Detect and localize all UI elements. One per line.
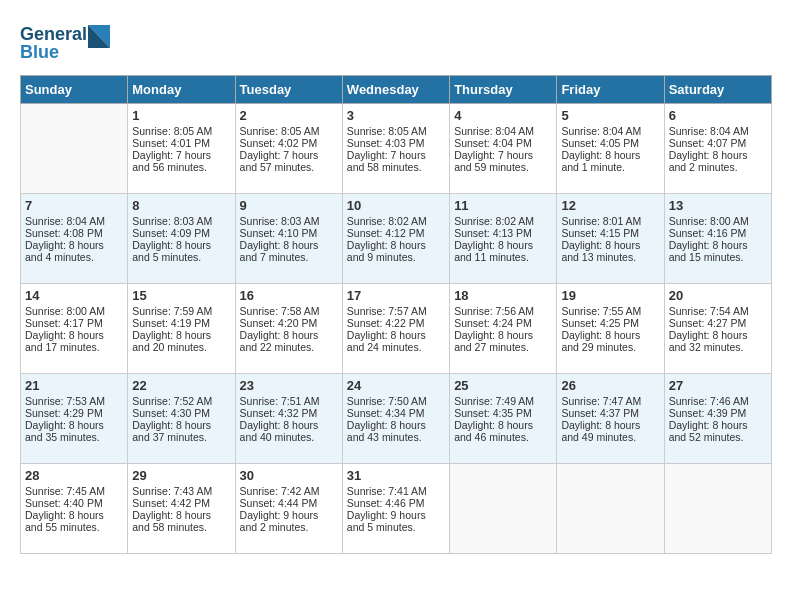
cell-info-line: Sunset: 4:19 PM bbox=[132, 317, 230, 329]
cell-info-line: and 4 minutes. bbox=[25, 251, 123, 263]
cell-info-line: Daylight: 8 hours bbox=[240, 419, 338, 431]
day-number: 5 bbox=[561, 108, 659, 123]
cell-info-line: Sunset: 4:27 PM bbox=[669, 317, 767, 329]
cell-info-line: Sunrise: 7:43 AM bbox=[132, 485, 230, 497]
calendar-cell: 14Sunrise: 8:00 AMSunset: 4:17 PMDayligh… bbox=[21, 284, 128, 374]
calendar-cell bbox=[664, 464, 771, 554]
cell-info-line: Sunset: 4:35 PM bbox=[454, 407, 552, 419]
cell-info-line: and 58 minutes. bbox=[132, 521, 230, 533]
day-number: 30 bbox=[240, 468, 338, 483]
cell-info-line: Sunrise: 7:41 AM bbox=[347, 485, 445, 497]
cell-info-line: Sunrise: 7:58 AM bbox=[240, 305, 338, 317]
day-number: 18 bbox=[454, 288, 552, 303]
calendar-cell bbox=[557, 464, 664, 554]
cell-info-line: Sunset: 4:29 PM bbox=[25, 407, 123, 419]
cell-info-line: Daylight: 8 hours bbox=[669, 149, 767, 161]
calendar-header-thursday: Thursday bbox=[450, 76, 557, 104]
cell-info-line: Daylight: 8 hours bbox=[25, 509, 123, 521]
cell-info-line: Daylight: 8 hours bbox=[454, 419, 552, 431]
cell-info-line: Daylight: 9 hours bbox=[347, 509, 445, 521]
cell-info-line: Sunset: 4:40 PM bbox=[25, 497, 123, 509]
calendar-cell bbox=[21, 104, 128, 194]
cell-info-line: Daylight: 9 hours bbox=[240, 509, 338, 521]
cell-info-line: Daylight: 8 hours bbox=[132, 329, 230, 341]
cell-info-line: Sunrise: 7:55 AM bbox=[561, 305, 659, 317]
cell-info-line: Sunset: 4:24 PM bbox=[454, 317, 552, 329]
day-number: 27 bbox=[669, 378, 767, 393]
cell-info-line: and 7 minutes. bbox=[240, 251, 338, 263]
cell-info-line: and 22 minutes. bbox=[240, 341, 338, 353]
cell-info-line: Sunset: 4:22 PM bbox=[347, 317, 445, 329]
calendar-cell: 3Sunrise: 8:05 AMSunset: 4:03 PMDaylight… bbox=[342, 104, 449, 194]
cell-info-line: Daylight: 8 hours bbox=[240, 239, 338, 251]
logo: General Blue bbox=[20, 20, 110, 65]
cell-info-line: Sunset: 4:03 PM bbox=[347, 137, 445, 149]
calendar-cell: 26Sunrise: 7:47 AMSunset: 4:37 PMDayligh… bbox=[557, 374, 664, 464]
cell-info-line: Sunset: 4:25 PM bbox=[561, 317, 659, 329]
cell-info-line: Sunset: 4:04 PM bbox=[454, 137, 552, 149]
cell-info-line: Sunrise: 7:49 AM bbox=[454, 395, 552, 407]
calendar-cell: 29Sunrise: 7:43 AMSunset: 4:42 PMDayligh… bbox=[128, 464, 235, 554]
cell-info-line: and 15 minutes. bbox=[669, 251, 767, 263]
calendar-cell: 19Sunrise: 7:55 AMSunset: 4:25 PMDayligh… bbox=[557, 284, 664, 374]
cell-info-line: and 17 minutes. bbox=[25, 341, 123, 353]
calendar-cell: 1Sunrise: 8:05 AMSunset: 4:01 PMDaylight… bbox=[128, 104, 235, 194]
cell-info-line: Sunrise: 7:45 AM bbox=[25, 485, 123, 497]
day-number: 26 bbox=[561, 378, 659, 393]
day-number: 22 bbox=[132, 378, 230, 393]
header: General Blue bbox=[20, 20, 772, 65]
day-number: 17 bbox=[347, 288, 445, 303]
day-number: 23 bbox=[240, 378, 338, 393]
calendar-cell: 6Sunrise: 8:04 AMSunset: 4:07 PMDaylight… bbox=[664, 104, 771, 194]
day-number: 21 bbox=[25, 378, 123, 393]
day-number: 9 bbox=[240, 198, 338, 213]
cell-info-line: Sunrise: 8:05 AM bbox=[132, 125, 230, 137]
day-number: 19 bbox=[561, 288, 659, 303]
calendar-cell: 5Sunrise: 8:04 AMSunset: 4:05 PMDaylight… bbox=[557, 104, 664, 194]
calendar-cell: 27Sunrise: 7:46 AMSunset: 4:39 PMDayligh… bbox=[664, 374, 771, 464]
cell-info-line: and 52 minutes. bbox=[669, 431, 767, 443]
calendar-cell: 22Sunrise: 7:52 AMSunset: 4:30 PMDayligh… bbox=[128, 374, 235, 464]
cell-info-line: and 49 minutes. bbox=[561, 431, 659, 443]
day-number: 15 bbox=[132, 288, 230, 303]
day-number: 6 bbox=[669, 108, 767, 123]
cell-info-line: Sunrise: 8:04 AM bbox=[669, 125, 767, 137]
cell-info-line: and 35 minutes. bbox=[25, 431, 123, 443]
cell-info-line: Sunset: 4:42 PM bbox=[132, 497, 230, 509]
cell-info-line: Sunrise: 8:03 AM bbox=[132, 215, 230, 227]
day-number: 3 bbox=[347, 108, 445, 123]
cell-info-line: Daylight: 8 hours bbox=[669, 329, 767, 341]
day-number: 12 bbox=[561, 198, 659, 213]
cell-info-line: Sunrise: 7:50 AM bbox=[347, 395, 445, 407]
calendar-cell: 18Sunrise: 7:56 AMSunset: 4:24 PMDayligh… bbox=[450, 284, 557, 374]
calendar-cell: 17Sunrise: 7:57 AMSunset: 4:22 PMDayligh… bbox=[342, 284, 449, 374]
day-number: 13 bbox=[669, 198, 767, 213]
cell-info-line: Sunset: 4:05 PM bbox=[561, 137, 659, 149]
cell-info-line: Sunset: 4:10 PM bbox=[240, 227, 338, 239]
cell-info-line: Daylight: 8 hours bbox=[454, 329, 552, 341]
cell-info-line: Daylight: 8 hours bbox=[347, 239, 445, 251]
cell-info-line: Daylight: 8 hours bbox=[132, 509, 230, 521]
day-number: 14 bbox=[25, 288, 123, 303]
cell-info-line: Daylight: 8 hours bbox=[347, 419, 445, 431]
calendar-cell: 23Sunrise: 7:51 AMSunset: 4:32 PMDayligh… bbox=[235, 374, 342, 464]
cell-info-line: Sunset: 4:09 PM bbox=[132, 227, 230, 239]
day-number: 2 bbox=[240, 108, 338, 123]
cell-info-line: Sunrise: 8:05 AM bbox=[240, 125, 338, 137]
day-number: 31 bbox=[347, 468, 445, 483]
cell-info-line: Sunset: 4:37 PM bbox=[561, 407, 659, 419]
calendar-cell: 10Sunrise: 8:02 AMSunset: 4:12 PMDayligh… bbox=[342, 194, 449, 284]
day-number: 28 bbox=[25, 468, 123, 483]
calendar-week-row: 21Sunrise: 7:53 AMSunset: 4:29 PMDayligh… bbox=[21, 374, 772, 464]
cell-info-line: Daylight: 8 hours bbox=[669, 239, 767, 251]
cell-info-line: Sunset: 4:08 PM bbox=[25, 227, 123, 239]
calendar-cell: 20Sunrise: 7:54 AMSunset: 4:27 PMDayligh… bbox=[664, 284, 771, 374]
cell-info-line: and 20 minutes. bbox=[132, 341, 230, 353]
day-number: 16 bbox=[240, 288, 338, 303]
cell-info-line: Daylight: 8 hours bbox=[240, 329, 338, 341]
cell-info-line: and 55 minutes. bbox=[25, 521, 123, 533]
cell-info-line: Daylight: 8 hours bbox=[561, 419, 659, 431]
calendar-cell: 2Sunrise: 8:05 AMSunset: 4:02 PMDaylight… bbox=[235, 104, 342, 194]
cell-info-line: Sunset: 4:39 PM bbox=[669, 407, 767, 419]
calendar-header-friday: Friday bbox=[557, 76, 664, 104]
